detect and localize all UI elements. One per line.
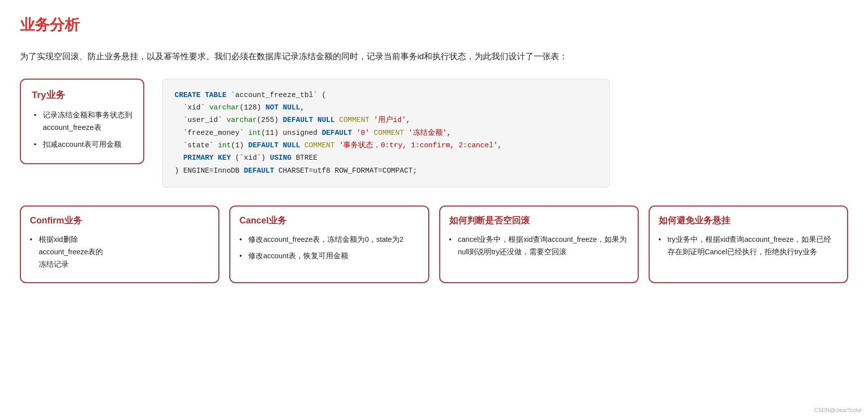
avoid-card: 如何避免业务悬挂 try业务中，根据xid查询account_freeze，如果… [649,206,848,283]
code-line-6: PRIMARY KEY (`xid`) USING BTREE [175,152,597,164]
confirm-card: Confirm业务 根据xid删除account_freeze表的冻结记录 [20,206,219,283]
try-card-bullets: 记录冻结金额和事务状态到account_freeze表 扣减account表可用… [32,108,132,151]
cancel-card-title: Cancel业务 [239,214,419,226]
avoid-bullet-1: try业务中，根据xid查询account_freeze，如果已经存在则证明Ca… [659,233,838,258]
try-bullet-2: 扣减account表可用金额 [34,138,132,151]
intro-text: 为了实现空回滚、防止业务悬挂，以及幂等性要求。我们必须在数据库记录冻结金额的同时… [20,49,848,65]
top-section: Try业务 记录冻结金额和事务状态到account_freeze表 扣减acco… [20,79,848,188]
avoid-card-bullets: try业务中，根据xid查询account_freeze，如果已经存在则证明Ca… [659,233,838,258]
judge-card-bullets: cancel业务中，根据xid查询account_freeze，如果为null则… [449,233,629,258]
code-line-5: `state` int(1) DEFAULT NULL COMMENT '事务状… [175,139,597,152]
code-line-4: `freeze_money` int(11) unsigned DEFAULT … [175,127,597,139]
cancel-card-bullets: 修改account_freeze表，冻结金额为0，state为2 修改accou… [239,233,419,262]
judge-card-title: 如何判断是否空回滚 [449,214,629,226]
avoid-card-title: 如何避免业务悬挂 [659,214,838,226]
cancel-bullet-2: 修改account表，恢复可用金额 [239,250,419,262]
code-line-2: `xid` varchar(128) NOT NULL, [175,102,597,114]
confirm-card-title: Confirm业务 [30,214,209,226]
code-line-1: CREATE TABLE `account_freeze_tbl` ( [175,89,597,102]
cancel-bullet-1: 修改account_freeze表，冻结金额为0，state为2 [239,233,419,246]
try-bullet-1: 记录冻结金额和事务状态到account_freeze表 [34,108,132,134]
judge-card: 如何判断是否空回滚 cancel业务中，根据xid查询account_freez… [439,206,639,283]
confirm-card-bullets: 根据xid删除account_freeze表的冻结记录 [30,233,209,270]
try-card: Try业务 记录冻结金额和事务状态到account_freeze表 扣减acco… [20,79,144,165]
confirm-bullet-1: 根据xid删除account_freeze表的冻结记录 [30,233,209,270]
bottom-section: Confirm业务 根据xid删除account_freeze表的冻结记录 Ca… [20,206,848,283]
try-card-title: Try业务 [32,89,132,102]
cancel-card: Cancel业务 修改account_freeze表，冻结金额为0，state为… [229,206,429,283]
judge-bullet-1: cancel业务中，根据xid查询account_freeze，如果为null则… [449,233,629,258]
page-title: 业务分析 [20,15,848,35]
code-line-3: `user_id` varchar(255) DEFAULT NULL COMM… [175,114,597,126]
code-line-7: ) ENGINE=InnoDB DEFAULT CHARSET=utf8 ROW… [175,165,597,177]
sql-code-block: CREATE TABLE `account_freeze_tbl` ( `xid… [162,79,610,188]
